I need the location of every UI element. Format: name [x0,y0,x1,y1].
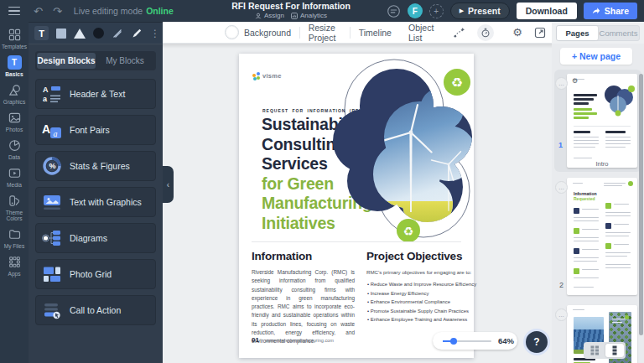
grid-view-button[interactable] [585,344,604,357]
present-button[interactable]: ▶ Present [450,3,510,19]
text-with-graphics-icon [42,192,62,212]
comments-icon[interactable] [387,4,401,18]
text-tool[interactable]: T [34,26,49,40]
block-item-photo-grid[interactable]: Photo Grid [35,259,156,289]
pen-tool[interactable] [131,28,143,39]
page-2-number: 2 [559,281,564,289]
sidebar-item-data[interactable]: Data [0,138,29,160]
page-1-label[interactable]: Intro [567,160,637,168]
analytics-button[interactable]: Analytics [291,12,327,19]
document-page[interactable]: visme REQUEST FOR INFORMATION (RFI) Sust… [239,54,474,358]
menu-icon[interactable] [0,0,29,22]
page-thumbnail-2[interactable]: Information Requested [567,178,637,295]
help-button[interactable]: ? [523,329,550,355]
media-icon [8,166,21,180]
pages-scrollbar[interactable] [639,74,643,335]
templates-icon [8,28,21,42]
assign-person-icon [255,13,262,19]
object-list-button[interactable]: Object List [400,22,442,43]
graphics-icon [8,83,21,97]
share-arrow-icon [592,7,600,15]
page-3-options-icon[interactable]: … [555,309,568,321]
block-item-font-pairs[interactable]: Aa Font Pairs [35,115,156,145]
zoom-slider-handle[interactable] [450,338,457,345]
sidebar-item-graphics[interactable]: Graphics [0,83,29,105]
project-title[interactable]: RFI Request For Information [207,2,375,11]
objectives-heading[interactable]: Project Objectives [366,250,462,262]
assign-button[interactable]: Assign [255,12,284,19]
block-item-call-to-action[interactable]: Call to Action [35,295,156,325]
block-item-text-with-graphics[interactable]: Text with Graphics [35,187,156,217]
apps-icon [8,255,21,269]
block-item-stats-figures[interactable]: % Stats & Figures [35,151,156,181]
line-tool[interactable] [112,28,123,39]
timer-icon[interactable] [471,24,500,41]
visme-logo-icon [252,72,260,80]
recycle-icon: ♻ [451,75,463,91]
triangle-shape-tool[interactable] [74,29,86,39]
visme-editor: ↶ ↷ Live editing mode Online RFI Request… [0,0,644,363]
information-heading[interactable]: Information [252,250,312,262]
list-view-button[interactable] [605,344,624,357]
square-shape-tool[interactable] [56,29,66,39]
canvas-area[interactable]: visme REQUEST FOR INFORMATION (RFI) Sust… [163,44,552,363]
my-files-icon [8,227,21,241]
new-page-button[interactable]: + New page [560,48,632,65]
recycle-badge-top: ♻ [444,69,470,96]
circle-shape-tool[interactable] [93,28,104,39]
resize-project-button[interactable]: Resize Project [300,22,350,43]
project-title-block: RFI Request For Information Assign Analy… [207,0,375,22]
svg-text:A: A [42,122,50,136]
background-color-swatch [225,25,239,39]
share-button[interactable]: Share [584,3,637,19]
thumbnail-green-dot [628,181,633,186]
panel-tabs: Pages Comments [552,22,644,44]
hero-wind-turbine-graphic[interactable]: ♻ ♻ [323,57,474,248]
page-1-options-icon[interactable]: … [555,77,568,90]
sidebar-item-my-files[interactable]: My Files [0,227,29,249]
preview-icon[interactable] [528,27,552,39]
page-2-options-icon[interactable]: … [555,181,568,194]
animation-icon[interactable] [447,26,471,39]
settings-gear-icon[interactable]: ⚙ [506,27,528,38]
objectives-list[interactable]: Reduce Waste and Improve Resource Effici… [367,280,476,324]
undo-icon[interactable]: ↶ [34,6,43,17]
redo-icon[interactable]: ↷ [53,6,62,17]
objective-item: Reduce Waste and Improve Resource Effici… [367,280,476,289]
recycle-badge-bottom: ♻ [397,219,420,242]
theme-colors-icon [8,194,21,208]
objective-item: Enhance Employee Training and Awareness [367,315,476,324]
objectives-intro[interactable]: RMC's primary objectives for engaging ar… [366,269,471,275]
canvas-toolbar: Background Resize Project Timeline Objec… [163,22,552,44]
diagrams-icon [42,228,62,248]
block-item-header-text[interactable]: Aa Header & Text [35,79,156,109]
background-button[interactable]: Background [216,22,299,43]
tab-comments[interactable]: Comments [598,26,639,40]
timeline-button[interactable]: Timeline [351,22,400,43]
tab-my-blocks[interactable]: My Blocks [96,53,154,69]
page-1-settings-icon[interactable]: ⚙ [572,77,578,85]
sidebar-item-templates[interactable]: Templates [0,28,29,49]
svg-text:A: A [43,86,49,94]
more-tools-icon[interactable]: ⋮ [150,28,160,39]
sidebar-item-theme-colors[interactable]: Theme Colors [0,194,29,221]
thumbnail-cloud-graphic [600,84,636,117]
page-thumbnail-1[interactable] [567,74,637,168]
thumbnail-view-toggle [584,342,626,359]
tab-pages[interactable]: Pages [557,26,598,40]
zoom-slider[interactable] [443,340,491,342]
information-body[interactable]: Riverside Manufacturing Corp. (RMC) is s… [252,268,355,346]
sidebar-item-media[interactable]: Media [0,166,29,188]
top-bar: ↶ ↷ Live editing mode Online RFI Request… [0,0,644,22]
sidebar-item-apps[interactable]: Apps [0,255,29,277]
tab-design-blocks[interactable]: Design Blocks [37,53,96,69]
add-collaborator-icon[interactable]: + [429,4,444,18]
sidebar-item-basics[interactable]: T Basics [0,55,29,77]
left-sidebar: Templates T Basics Graphics Photos Data [0,22,29,363]
user-avatar[interactable]: F [408,3,423,18]
chevron-left-icon: ‹ [167,180,169,189]
panel-collapse-button[interactable]: ‹ [163,166,174,203]
block-item-diagrams[interactable]: Diagrams [35,223,156,253]
download-button[interactable]: Download [517,3,577,19]
sidebar-item-photos[interactable]: Photos [0,111,29,132]
